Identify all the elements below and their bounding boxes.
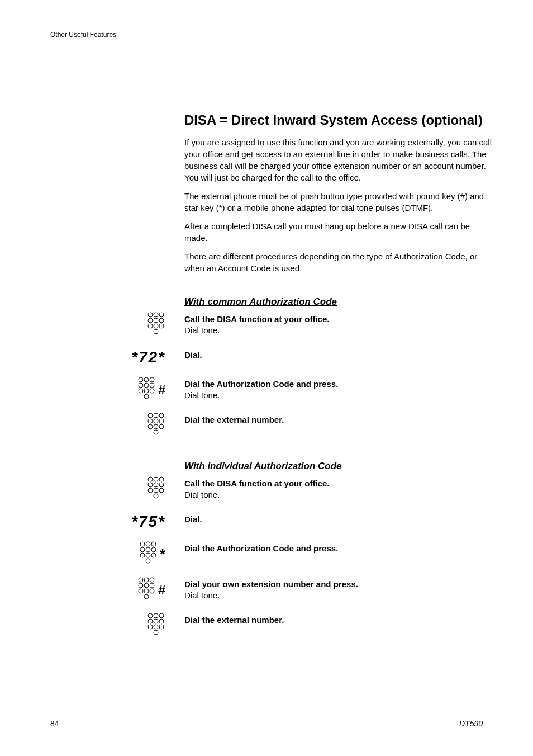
svg-point-35 bbox=[159, 483, 164, 487]
svg-point-24 bbox=[154, 419, 158, 423]
svg-point-16 bbox=[139, 389, 143, 393]
svg-point-46 bbox=[140, 553, 145, 557]
svg-point-28 bbox=[159, 424, 164, 429]
hash-icon: # bbox=[158, 383, 165, 396]
svg-point-37 bbox=[154, 488, 158, 493]
s2-step1: Call the DISA function at your office. D… bbox=[50, 476, 494, 502]
svg-point-45 bbox=[151, 547, 156, 552]
svg-point-0 bbox=[148, 313, 153, 317]
svg-point-22 bbox=[159, 413, 164, 418]
keypad-icon bbox=[146, 613, 165, 639]
svg-point-27 bbox=[154, 424, 158, 429]
svg-point-42 bbox=[151, 542, 156, 546]
s2-step5: Dial the external number. bbox=[50, 613, 494, 639]
svg-point-8 bbox=[159, 324, 164, 328]
intro-p2-c: ) or a mobile phone adapted for dial ton… bbox=[222, 203, 434, 212]
svg-point-41 bbox=[146, 542, 150, 546]
svg-point-19 bbox=[144, 394, 149, 399]
step-instr: Call the DISA function at your office. bbox=[184, 314, 494, 325]
svg-point-10 bbox=[139, 377, 143, 382]
svg-point-20 bbox=[148, 413, 153, 418]
svg-point-61 bbox=[154, 613, 158, 618]
svg-point-21 bbox=[154, 413, 158, 418]
section2-container: With individual Authorization Code bbox=[184, 461, 494, 472]
step-instr: Dial the external number. bbox=[184, 414, 494, 426]
svg-point-52 bbox=[150, 578, 154, 582]
svg-point-56 bbox=[139, 589, 143, 593]
intro-p3: After a completed DISA call you must han… bbox=[184, 220, 494, 244]
svg-point-13 bbox=[139, 383, 143, 388]
svg-point-9 bbox=[154, 329, 158, 334]
s2-step3: * Dial the Authorization Code and press. bbox=[50, 541, 494, 567]
svg-point-5 bbox=[159, 318, 164, 323]
step-sub: Dial tone. bbox=[184, 325, 494, 336]
step-instr: Dial. bbox=[184, 514, 494, 525]
section2-heading: With individual Authorization Code bbox=[184, 461, 494, 472]
section2-steps: Call the DISA function at your office. D… bbox=[50, 476, 494, 639]
svg-point-7 bbox=[154, 324, 158, 328]
svg-point-60 bbox=[148, 613, 153, 618]
svg-point-6 bbox=[148, 324, 153, 328]
section1-heading: With common Authorization Code bbox=[184, 296, 494, 308]
hash-icon: # bbox=[158, 583, 165, 597]
svg-point-11 bbox=[144, 377, 149, 382]
step-sub: Dial tone. bbox=[184, 590, 494, 601]
svg-point-2 bbox=[159, 313, 164, 317]
svg-point-33 bbox=[148, 483, 153, 487]
hash-glyph: # bbox=[460, 191, 465, 201]
svg-point-12 bbox=[150, 377, 154, 382]
s2-step2: *75* Dial. bbox=[50, 512, 494, 531]
svg-point-54 bbox=[144, 583, 149, 588]
svg-point-43 bbox=[140, 547, 145, 552]
svg-point-58 bbox=[150, 589, 154, 593]
footer: 84 DT590 bbox=[50, 719, 483, 728]
svg-point-18 bbox=[150, 389, 154, 393]
main-content: DISA = Direct Inward System Access (opti… bbox=[184, 111, 494, 308]
running-header: Other Useful Features bbox=[50, 31, 483, 39]
svg-point-26 bbox=[148, 424, 153, 429]
svg-point-4 bbox=[154, 318, 158, 323]
step-instr: Dial the Authorization Code and press. bbox=[184, 543, 494, 554]
s2-step4: # Dial your own extension number and pre… bbox=[50, 577, 494, 603]
step-instr: Call the DISA function at your office. bbox=[184, 478, 494, 489]
svg-point-68 bbox=[159, 625, 164, 629]
intro-p4: There are different procedures depending… bbox=[184, 251, 494, 274]
s1-step1: Call the DISA function at your office. D… bbox=[50, 312, 494, 338]
keypad-icon bbox=[139, 541, 158, 567]
step-instr: Dial your own extension number and press… bbox=[184, 579, 494, 590]
svg-point-64 bbox=[154, 619, 158, 623]
svg-point-32 bbox=[159, 477, 164, 481]
svg-point-62 bbox=[159, 613, 164, 618]
svg-point-47 bbox=[146, 553, 150, 557]
intro-p1: If you are assigned to use this function… bbox=[184, 136, 494, 183]
step-instr: Dial. bbox=[184, 349, 494, 361]
svg-point-30 bbox=[148, 477, 153, 481]
svg-point-59 bbox=[144, 594, 149, 599]
intro-p2-a: The external phone must be of push butto… bbox=[184, 191, 460, 201]
svg-point-63 bbox=[148, 619, 153, 623]
s1-step2: *72* Dial. bbox=[50, 348, 494, 367]
step-sub: Dial tone. bbox=[184, 390, 494, 401]
svg-point-34 bbox=[154, 483, 158, 487]
svg-point-17 bbox=[144, 389, 149, 393]
keypad-icon bbox=[137, 377, 156, 403]
svg-point-14 bbox=[144, 383, 149, 388]
page-title: DISA = Direct Inward System Access (opti… bbox=[184, 111, 494, 129]
svg-point-69 bbox=[154, 630, 158, 635]
svg-point-23 bbox=[148, 419, 153, 423]
svg-point-15 bbox=[150, 383, 154, 388]
svg-point-50 bbox=[139, 578, 143, 582]
dial-code: *72* bbox=[131, 348, 165, 366]
svg-point-36 bbox=[148, 488, 153, 493]
step-instr: Dial the Authorization Code and press. bbox=[184, 379, 494, 390]
s1-step3: # Dial the Authorization Code and press.… bbox=[50, 377, 494, 403]
svg-point-55 bbox=[150, 583, 154, 588]
svg-point-53 bbox=[139, 583, 143, 588]
keypad-icon bbox=[146, 312, 165, 338]
svg-point-49 bbox=[146, 559, 150, 563]
page-number: 84 bbox=[50, 719, 59, 728]
svg-point-1 bbox=[154, 313, 158, 317]
dial-code: *75* bbox=[131, 513, 165, 531]
svg-point-65 bbox=[159, 619, 164, 623]
svg-point-25 bbox=[159, 419, 164, 423]
